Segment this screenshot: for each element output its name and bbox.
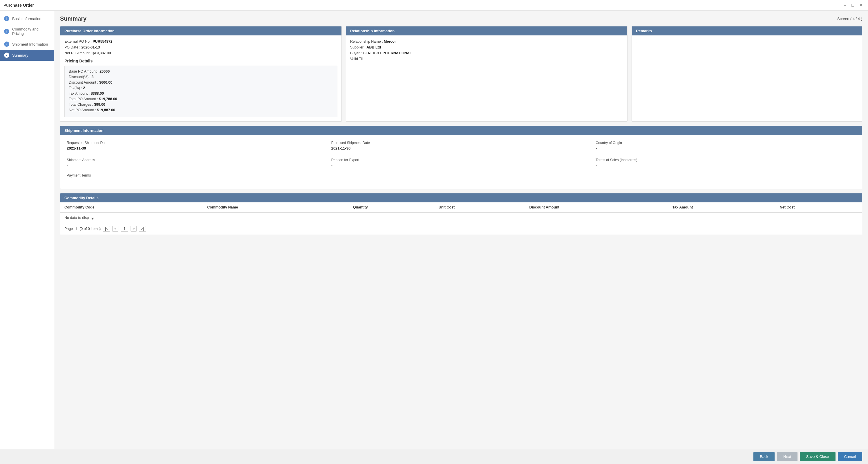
supplier-value: ABB Ltd [366, 45, 381, 49]
payment-terms-value: - [67, 179, 856, 183]
title-bar-controls: − □ ✕ [842, 2, 865, 8]
discount-pct-value: 3 [92, 75, 94, 79]
tax-pct-label: Tax(%) : [69, 86, 82, 90]
rel-card-body: Relationship Name : Mercor Supplier : AB… [346, 35, 627, 67]
remarks-card-body: - [632, 35, 862, 48]
buyer-value: GENLIGHT INTERNATIONAL [363, 51, 412, 55]
first-page-button[interactable]: |< [103, 226, 110, 232]
po-card-body: External PO No : PUR554872 PO Date : 202… [60, 35, 341, 121]
discount-amount-value: $600.00 [99, 81, 112, 85]
current-page-box: 1 [121, 226, 128, 232]
save-close-button[interactable]: Save & Close [800, 452, 836, 461]
shipment-address-value: - [67, 163, 327, 168]
country-origin-cell: Country of Origin - [593, 139, 858, 152]
maximize-button[interactable]: □ [850, 2, 856, 8]
po-date-value: 2020-01-13 [81, 45, 100, 49]
minimize-button[interactable]: − [842, 2, 848, 8]
total-po-amount-value: $19,788.00 [99, 97, 117, 101]
content-area: Summary Screen ( 4 / 4 ) Purchase Order … [54, 11, 868, 449]
commodity-card-header: Commodity Details [60, 193, 862, 202]
page-label: Page [64, 227, 73, 231]
page-title: Summary [60, 16, 87, 22]
cancel-button[interactable]: Cancel [838, 452, 862, 461]
remarks-value: - [636, 39, 637, 44]
next-button: Next [777, 452, 798, 461]
next-page-button[interactable]: > [130, 226, 137, 232]
requested-shipment-cell: Requested Shipment Date 2021-11-30 [64, 139, 329, 152]
supplier-line: Supplier : ABB Ltd [350, 45, 623, 49]
valid-till-label: Valid Till : [350, 57, 366, 61]
content-header: Summary Screen ( 4 / 4 ) [60, 16, 862, 22]
close-button[interactable]: ✕ [858, 2, 865, 8]
shipment-card-body: Requested Shipment Date 2021-11-30 Promi… [60, 135, 862, 189]
sidebar-icon-summary: ● [4, 53, 9, 58]
po-date-line: PO Date : 2020-01-13 [64, 45, 337, 49]
tax-pct-row: Tax(%) : 2 [69, 86, 333, 90]
shipment-info-card: Shipment Information Requested Shipment … [60, 126, 862, 189]
net-po-amount-value: $19,887.00 [93, 51, 111, 55]
sidebar: i Basic Information i Commodity and Pric… [0, 11, 54, 449]
col-tax-amount: Tax Amount [669, 202, 776, 212]
col-commodity-name: Commodity Name [203, 202, 349, 212]
sidebar-icon-basic: i [4, 16, 9, 21]
sidebar-item-summary[interactable]: ● Summary [0, 50, 54, 61]
external-po-value: PUR554872 [93, 39, 112, 44]
net-po-pricing-label: Net PO Amount : [69, 108, 96, 112]
items-info: (0 of 0 items) [80, 227, 101, 231]
col-quantity: Quantity [349, 202, 435, 212]
terms-sales-value: - [596, 163, 856, 168]
payment-terms-label: Payment Terms [67, 173, 856, 177]
relationship-info-card: Relationship Information Relationship Na… [346, 26, 627, 122]
pagination-row: Page 1 (0 of 0 items) |< < 1 > >| [60, 223, 862, 235]
promised-shipment-cell: Promised Shipment Date 2021-11-30 [329, 139, 594, 152]
sidebar-icon-commodity: i [4, 29, 9, 34]
prev-page-button[interactable]: < [112, 226, 118, 232]
window-title: Purchase Order [3, 3, 34, 7]
sidebar-label-shipment: Shipment Information [12, 42, 48, 47]
sidebar-item-shipment-information[interactable]: i Shipment Information [0, 39, 54, 50]
rel-name-label: Relationship Name : [350, 39, 383, 44]
last-page-button[interactable]: >| [139, 226, 146, 232]
no-data-row: No data to display. [60, 212, 862, 223]
net-po-amount-label: Net PO Amount : [64, 51, 92, 55]
back-button[interactable]: Back [753, 452, 775, 461]
sidebar-item-commodity-pricing[interactable]: i Commodity and Pricing [0, 24, 54, 39]
base-po-row: Base PO Amount : 20000 [69, 69, 333, 74]
col-unit-cost: Unit Cost [435, 202, 525, 212]
pricing-box: Base PO Amount : 20000 Discount(%) : 3 D… [64, 66, 337, 117]
shipment-card-header: Shipment Information [60, 126, 862, 135]
shipment-address-label: Shipment Address [67, 158, 327, 162]
shipment-bottom-row: Payment Terms - [60, 172, 862, 189]
total-charges-row: Total Charges : $99.00 [69, 103, 333, 107]
sidebar-icon-shipment: i [4, 41, 9, 47]
reason-export-cell: Reason for Export - [329, 156, 594, 169]
screen-indicator: Screen ( 4 / 4 ) [837, 17, 862, 21]
buyer-label: Buyer : [350, 51, 362, 55]
external-po-line: External PO No : PUR554872 [64, 39, 337, 44]
reason-export-label: Reason for Export [331, 158, 591, 162]
shipment-top-row: Requested Shipment Date 2021-11-30 Promi… [60, 135, 862, 156]
po-card-header: Purchase Order Information [60, 26, 341, 35]
discount-pct-label: Discount(%) : [69, 75, 91, 79]
promised-shipment-label: Promised Shipment Date [331, 141, 591, 145]
commodity-table: Commodity Code Commodity Name Quantity U… [60, 202, 862, 223]
base-po-value: 20000 [99, 69, 110, 74]
total-charges-label: Total Charges : [69, 103, 93, 107]
remarks-card: Remarks - [631, 26, 862, 122]
terms-sales-cell: Terms of Sales (Incoterms) - [593, 156, 858, 169]
commodity-details-card: Commodity Details Commodity Code Commodi… [60, 193, 862, 235]
sidebar-label-summary: Summary [12, 53, 28, 57]
reason-export-value: - [331, 163, 591, 168]
buyer-line: Buyer : GENLIGHT INTERNATIONAL [350, 51, 623, 55]
valid-till-line: Valid Till : - [350, 57, 623, 61]
base-po-label: Base PO Amount : [69, 69, 99, 74]
total-po-amount-label: Total PO Amount : [69, 97, 98, 101]
total-po-amount-row: Total PO Amount : $19,788.00 [69, 97, 333, 101]
col-discount-amount: Discount Amount [525, 202, 669, 212]
sidebar-item-basic-information[interactable]: i Basic Information [0, 13, 54, 24]
total-charges-value: $99.00 [94, 103, 105, 107]
country-origin-value: - [596, 146, 856, 150]
rel-name-value: Mercor [384, 39, 396, 44]
supplier-label: Supplier : [350, 45, 366, 49]
sidebar-label-basic: Basic Information [12, 17, 41, 21]
